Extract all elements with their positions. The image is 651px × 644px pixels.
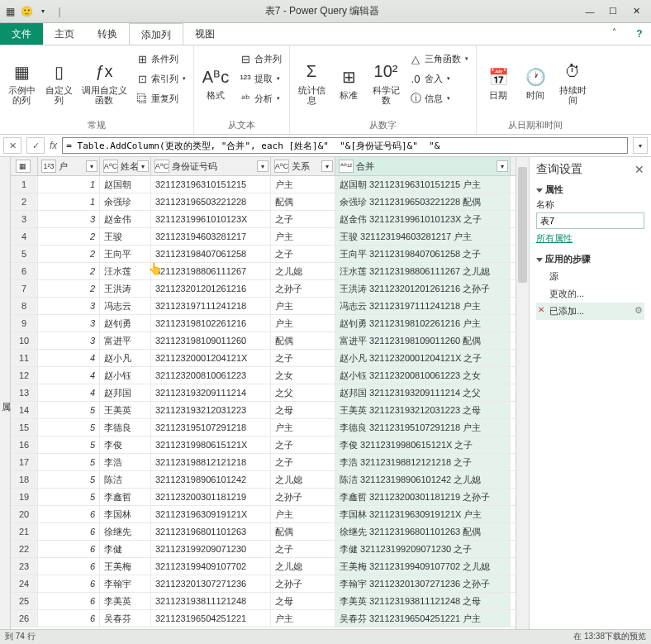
- cell-name[interactable]: 李浩: [100, 454, 151, 470]
- cell-merge[interactable]: 李鑫哲 321123200301181219 之孙子: [335, 489, 511, 505]
- table-row[interactable]: 42王骏321123194603281217户主王骏 3211231946032…: [11, 228, 516, 246]
- formula-dropdown[interactable]: ▾: [633, 137, 648, 154]
- cell-id[interactable]: 321123198407061258: [151, 246, 271, 262]
- row-header-corner[interactable]: ▦: [11, 157, 38, 175]
- cell-merge[interactable]: 余强珍 321123196503221228 配偶: [335, 193, 511, 210]
- filter-icon[interactable]: ▾: [497, 160, 508, 172]
- cell-hu[interactable]: 4: [38, 350, 100, 366]
- close-settings-button[interactable]: ✕: [634, 163, 644, 176]
- info-button[interactable]: ⓘ信息▾: [406, 89, 471, 107]
- merge-column-button[interactable]: ⊟合并列: [236, 50, 284, 68]
- cell-id[interactable]: 321123200301181219: [151, 489, 271, 505]
- cell-merge[interactable]: 徐继先 321123196801101263 配偶: [335, 523, 511, 540]
- cell-id[interactable]: 32112319980615121X: [151, 436, 271, 453]
- cell-relation[interactable]: 之孙子: [271, 280, 335, 297]
- step-item[interactable]: 更改的...: [536, 285, 644, 303]
- table-row[interactable]: 93赵钊勇321123198102261216户主赵钊勇 32112319810…: [11, 315, 516, 332]
- column-header-hu[interactable]: 1²3户▾: [38, 157, 100, 175]
- cell-relation[interactable]: 之孙子: [271, 575, 335, 592]
- cell-name[interactable]: 王美梅: [100, 558, 151, 575]
- smiley-icon[interactable]: 🙂: [20, 5, 33, 18]
- cell-name[interactable]: 冯志云: [100, 298, 151, 314]
- cell-relation[interactable]: 之子: [271, 454, 335, 470]
- column-from-examples-button[interactable]: ▦示例中的列: [5, 48, 38, 117]
- table-row[interactable]: 83冯志云321123197111241218户主冯志云 32112319711…: [11, 298, 516, 315]
- cell-name[interactable]: 富进平: [100, 332, 151, 349]
- queries-collapsed-panel[interactable]: 属: [0, 157, 11, 629]
- trig-button[interactable]: △三角函数▾: [406, 50, 471, 68]
- cell-id[interactable]: 321123196801101263: [151, 523, 271, 540]
- table-row[interactable]: 145王美英321123193212031223之母王美英 3211231932…: [11, 402, 516, 419]
- cell-hu[interactable]: 3: [38, 298, 100, 314]
- cell-relation[interactable]: 户主: [271, 228, 335, 245]
- parse-button[interactable]: ᵃᵇ分析▾: [236, 89, 284, 107]
- cell-merge[interactable]: 汪水莲 321123198806111267 之儿媳: [335, 263, 511, 279]
- date-button[interactable]: 📅日期: [482, 48, 515, 117]
- tab-transform[interactable]: 转换: [86, 23, 129, 45]
- cell-hu[interactable]: 3: [38, 332, 100, 349]
- query-name-input[interactable]: [536, 212, 644, 229]
- cell-hu[interactable]: 5: [38, 436, 100, 453]
- table-row[interactable]: 21余强珍321123196503221228配偶余强珍 32112319650…: [11, 193, 516, 211]
- time-button[interactable]: 🕐时间: [519, 48, 552, 117]
- close-button[interactable]: ✕: [625, 2, 648, 21]
- cell-id[interactable]: 321123198906101242: [151, 471, 271, 488]
- index-column-button[interactable]: ⊡索引列▾: [133, 69, 188, 88]
- column-header-name[interactable]: AᴮC姓名▾: [100, 157, 151, 175]
- table-row[interactable]: 256李美英321123193811121248之母李美英 3211231938…: [11, 593, 516, 610]
- cell-hu[interactable]: 5: [38, 471, 100, 488]
- cell-merge[interactable]: 李德良 321123195107291218 户主: [335, 419, 511, 436]
- cell-name[interactable]: 李翰宇: [100, 575, 151, 592]
- cell-relation[interactable]: 配偶: [271, 193, 335, 210]
- cell-relation[interactable]: 之儿媳: [271, 471, 335, 488]
- formula-input[interactable]: [62, 137, 628, 154]
- cell-merge[interactable]: 赵邦国 321123193209111214 之父: [335, 384, 511, 401]
- commit-formula-button[interactable]: ✓: [26, 137, 45, 154]
- cell-id[interactable]: 321123196310151215: [151, 176, 271, 193]
- cell-hu[interactable]: 1: [38, 193, 100, 210]
- cell-id[interactable]: 321123194603281217: [151, 228, 271, 245]
- cell-relation[interactable]: 之父: [271, 384, 335, 401]
- cell-merge[interactable]: 王向平 321123198407061258 之子: [335, 246, 511, 262]
- table-row[interactable]: 165李俊32112319980615121X之子李俊 321123199806…: [11, 436, 516, 454]
- cell-relation[interactable]: 户主: [271, 315, 335, 332]
- cell-name[interactable]: 李德良: [100, 419, 151, 436]
- cell-name[interactable]: 王洪涛: [100, 280, 151, 297]
- cell-hu[interactable]: 6: [38, 541, 100, 557]
- cell-merge[interactable]: 李健 321123199209071230 之子: [335, 541, 511, 557]
- cell-name[interactable]: 徐继先: [100, 523, 151, 540]
- cell-id[interactable]: 321123196504251221: [151, 610, 271, 627]
- cell-relation[interactable]: 之儿媳: [271, 558, 335, 575]
- cell-hu[interactable]: 6: [38, 523, 100, 540]
- grid-body[interactable]: 11赵国朝321123196310151215户主赵国朝 32112319631…: [11, 176, 516, 629]
- properties-heading[interactable]: 属性: [536, 184, 644, 196]
- maximize-button[interactable]: ☐: [601, 2, 625, 21]
- table-row[interactable]: 226李健321123199209071230之子李健 321123199209…: [11, 541, 516, 558]
- table-row[interactable]: 155李德良321123195107291218户主李德良 3211231951…: [11, 419, 516, 436]
- scroll-thumb[interactable]: [518, 167, 527, 283]
- cell-hu[interactable]: 2: [38, 263, 100, 279]
- table-row[interactable]: 206李国林32112319630919121X户主李国林 3211231963…: [11, 506, 516, 523]
- vertical-scrollbar[interactable]: [516, 157, 529, 629]
- cell-relation[interactable]: 户主: [271, 610, 335, 627]
- cell-hu[interactable]: 6: [38, 593, 100, 609]
- cell-name[interactable]: 李俊: [100, 436, 151, 453]
- column-header-id[interactable]: AᴮC身份证号码▾: [151, 157, 271, 175]
- cell-relation[interactable]: 户主: [271, 176, 335, 193]
- table-row[interactable]: 114赵小凡32112320001204121X之子赵小凡 3211232000…: [11, 350, 516, 367]
- table-row[interactable]: 175李浩321123198812121218之子李浩 321123198812…: [11, 454, 516, 471]
- cell-relation[interactable]: 之子: [271, 350, 335, 366]
- cell-id[interactable]: 321123199209071230: [151, 541, 271, 557]
- cell-hu[interactable]: 6: [38, 575, 100, 592]
- steps-heading[interactable]: 应用的步骤: [536, 253, 644, 265]
- cell-merge[interactable]: 李美英 321123193811121248 之母: [335, 593, 511, 609]
- duplicate-column-button[interactable]: ⿻重复列: [133, 89, 188, 107]
- cell-hu[interactable]: 4: [38, 367, 100, 384]
- cell-merge[interactable]: 陈洁 321123198906101242 之儿媳: [335, 471, 511, 488]
- invoke-function-button[interactable]: ƒx调用自定义函数: [79, 48, 129, 117]
- cell-id[interactable]: 321123200810061223: [151, 367, 271, 384]
- table-row[interactable]: 103富进平321123198109011260配偶富进平 3211231981…: [11, 332, 516, 350]
- cell-name[interactable]: 赵邦国: [100, 384, 151, 401]
- cell-relation[interactable]: 之孙子: [271, 489, 335, 505]
- cell-relation[interactable]: 之子: [271, 541, 335, 557]
